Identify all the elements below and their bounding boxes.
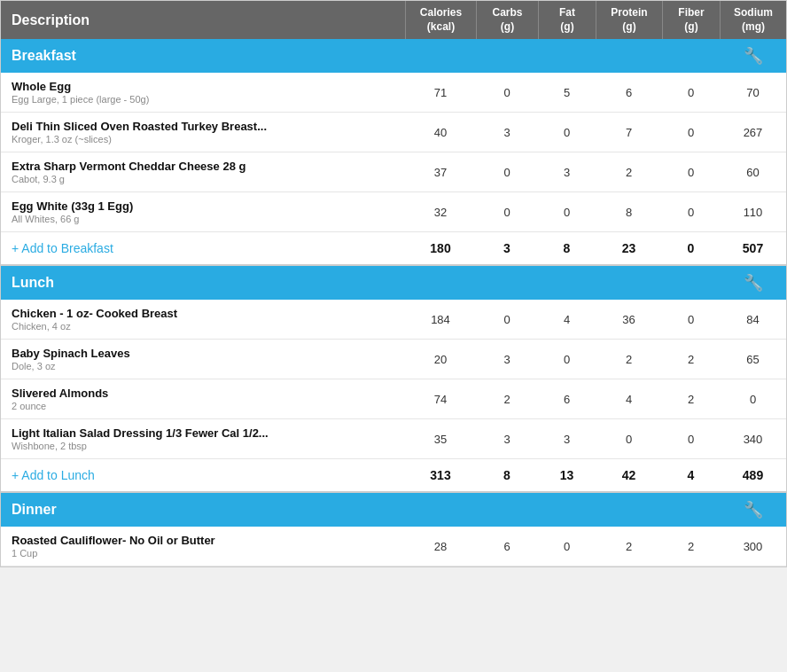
description-header: Description [1,4,405,37]
food-description: Egg White (33g 1 Egg) All Whites, 66 g [1,192,405,231]
dinner-settings-icon[interactable]: 🔧 [720,493,786,527]
fat-header: Fat(g) [538,1,596,39]
dinner-section-header: Dinner 🔧 [1,493,786,527]
table-row[interactable]: Slivered Almonds 2 ounce 74 2 6 4 2 0 [1,379,786,419]
food-description: Light Italian Salad Dressing 1/3 Fewer C… [1,419,405,458]
add-to-lunch-button[interactable]: + Add to Lunch [1,459,405,491]
nutrition-table: Description Calories(kcal) Carbs(g) Fat(… [0,0,787,567]
sodium-header: Sodium(mg) [720,1,786,39]
food-description: Slivered Almonds 2 ounce [1,379,405,418]
fiber-header: Fiber(g) [662,1,720,39]
table-row[interactable]: Egg White (33g 1 Egg) All Whites, 66 g 3… [1,192,786,232]
lunch-section-header: Lunch 🔧 [1,266,786,300]
table-row[interactable]: Roasted Cauliflower- No Oil or Butter 1 … [1,527,786,567]
food-description: Extra Sharp Vermont Cheddar Cheese 28 g … [1,152,405,191]
lunch-title: Lunch [1,266,405,300]
food-description: Whole Egg Egg Large, 1 piece (large - 50… [1,73,405,112]
food-description: Chicken - 1 oz- Cooked Breast Chicken, 4… [1,300,405,339]
table-row[interactable]: Deli Thin Sliced Oven Roasted Turkey Bre… [1,113,786,152]
food-description: Roasted Cauliflower- No Oil or Butter 1 … [1,527,405,566]
table-row[interactable]: Whole Egg Egg Large, 1 piece (large - 50… [1,73,786,113]
add-to-breakfast-button[interactable]: + Add to Breakfast [1,232,405,264]
food-description: Baby Spinach Leaves Dole, 3 oz [1,340,405,379]
table-header: Description Calories(kcal) Carbs(g) Fat(… [1,1,786,39]
calories-header: Calories(kcal) [405,1,476,39]
table-row[interactable]: Chicken - 1 oz- Cooked Breast Chicken, 4… [1,300,786,340]
lunch-settings-icon[interactable]: 🔧 [720,266,786,300]
food-description: Deli Thin Sliced Oven Roasted Turkey Bre… [1,113,405,152]
table-row[interactable]: Extra Sharp Vermont Cheddar Cheese 28 g … [1,152,786,192]
carbs-header: Carbs(g) [476,1,538,39]
table-row[interactable]: Baby Spinach Leaves Dole, 3 oz 20 3 0 2 … [1,340,786,379]
breakfast-settings-icon[interactable]: 🔧 [720,39,786,73]
lunch-total-row: + Add to Lunch 313 8 13 42 4 489 [1,459,786,493]
breakfast-title: Breakfast [1,39,405,73]
breakfast-total-row: + Add to Breakfast 180 3 8 23 0 507 [1,232,786,266]
table-row[interactable]: Light Italian Salad Dressing 1/3 Fewer C… [1,419,786,459]
protein-header: Protein(g) [596,1,662,39]
dinner-title: Dinner [1,493,405,527]
breakfast-section-header: Breakfast 🔧 [1,39,786,73]
